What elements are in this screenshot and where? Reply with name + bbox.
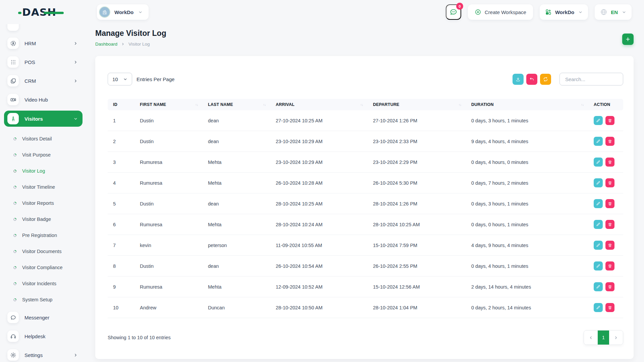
sidebar-subitem-visitors-detail[interactable]: Visitors Detail [4, 131, 83, 147]
sidebar-item-settings[interactable]: Settings [4, 347, 83, 362]
sidebar-subitem-pre-registration[interactable]: Pre Registration [4, 227, 83, 243]
edit-button[interactable] [594, 199, 603, 208]
reset-undo-button[interactable] [526, 74, 537, 85]
cell-arrival: 23-10-2024 10:29 AM [270, 131, 368, 152]
table-row: 4 Rumuresa Mehta 26-10-2024 10:28 AM 26-… [108, 173, 623, 193]
delete-button[interactable] [605, 220, 614, 229]
sidebar-subitem-label: Pre Registration [22, 233, 57, 238]
cell-duration: 4 days, 9 hours, 4 minutes [466, 235, 588, 256]
sidebar-item-hrm[interactable]: HRM [4, 36, 83, 51]
trash-icon [608, 181, 612, 185]
trash-icon [608, 160, 612, 164]
workspace-name: WorkDo [114, 9, 133, 15]
sidebar-subitem-visitor-reports[interactable]: Visitor Reports [4, 195, 83, 211]
search-input[interactable] [559, 73, 623, 85]
cell-duration: 0 days, 4 hours, 1 minutes [466, 256, 588, 277]
sidebar-item-clipped[interactable] [4, 24, 83, 32]
edit-button[interactable] [594, 158, 603, 167]
column-header-last-name[interactable]: LAST NAME↑↓ [203, 99, 270, 110]
edit-button[interactable] [594, 220, 603, 229]
workspace-menu[interactable]: WorkDo [540, 4, 588, 20]
logo-bar-accent [44, 12, 64, 14]
create-workspace-button[interactable]: Create Workspace [468, 4, 533, 20]
sidebar-subitem-system-setup[interactable]: System Setup [4, 292, 83, 308]
edit-button[interactable] [594, 116, 603, 125]
breadcrumb-chevron-icon [121, 42, 125, 46]
delete-button[interactable] [605, 241, 614, 250]
column-header-action: ACTION [588, 99, 623, 110]
language-menu[interactable]: EN [595, 4, 632, 20]
sort-icon[interactable]: ↑↓ [459, 103, 461, 107]
sidebar-item-pos[interactable]: POS [4, 54, 83, 70]
cell-duration: 0 days, 3 hours, 1 minutes [466, 193, 588, 214]
sidebar-item-label: Settings [24, 352, 68, 358]
delete-button[interactable] [605, 137, 614, 146]
edit-button[interactable] [594, 241, 603, 250]
cell-id: 2 [108, 131, 135, 152]
pagination: 1 [584, 330, 623, 345]
page-number-current[interactable]: 1 [598, 330, 609, 345]
edit-button[interactable] [594, 282, 603, 291]
table-body: 1 Dustin dean 27-10-2024 10:25 AM 27-10-… [108, 110, 623, 318]
breadcrumb-dashboard-link[interactable]: Dashboard [95, 42, 117, 47]
cell-action [588, 193, 623, 214]
delete-button[interactable] [605, 158, 614, 167]
delete-button[interactable] [605, 303, 614, 312]
refresh-button[interactable] [540, 74, 551, 85]
topbar-actions: 0 Create Workspace WorkDo EN [446, 4, 632, 20]
cell-id: 7 [108, 235, 135, 256]
sidebar-subitem-visit-purpose[interactable]: Visit Purpose [4, 147, 83, 163]
sidebar-subitem-visitor-timeline[interactable]: Visitor Timeline [4, 179, 83, 195]
cell-first-name: Rumuresa [135, 277, 203, 297]
messages-button[interactable]: 0 [446, 4, 461, 20]
sort-icon[interactable]: ↑↓ [360, 103, 363, 107]
sidebar-subitem-visitor-badge[interactable]: Visitor Badge [4, 211, 83, 227]
column-header-first-name[interactable]: FIRST NAME↑↓ [135, 99, 203, 110]
submenu-bullet-icon [13, 265, 17, 270]
sort-icon[interactable]: ↑↓ [195, 103, 198, 107]
sidebar-subitem-visitor-incidents[interactable]: Visitor Incidents [4, 276, 83, 292]
breadcrumb-current: Visitor Log [128, 42, 150, 47]
delete-button[interactable] [605, 282, 614, 291]
cell-action [588, 214, 623, 235]
sidebar-subitem-visitor-compliance[interactable]: Visitor Compliance [4, 259, 83, 276]
sidebar-item-crm[interactable]: CRM [4, 73, 83, 88]
cell-last-name: Mehta [203, 277, 270, 297]
sidebar-item-helpdesk[interactable]: Helpdesk [4, 328, 83, 344]
table-row: 3 Rumuresa Mehta 23-10-2024 10:29 AM 23-… [108, 152, 623, 173]
sidebar-item-video-hub[interactable]: Video Hub [4, 92, 83, 107]
edit-button[interactable] [594, 137, 603, 146]
sidebar-item-messenger[interactable]: Messenger [4, 310, 83, 325]
workspace-selector[interactable]: WorkDo [97, 4, 149, 20]
cell-last-name: peterson [203, 235, 270, 256]
sort-icon[interactable]: ↑↓ [263, 103, 266, 107]
edit-button[interactable] [594, 178, 603, 187]
trash-icon [608, 305, 612, 310]
logo-dot-accent [18, 12, 21, 14]
cell-departure: 27-10-2024 1:26 PM [368, 110, 466, 131]
export-download-button[interactable] [513, 74, 524, 85]
delete-button[interactable] [605, 178, 614, 187]
edit-button[interactable] [594, 303, 603, 312]
brand-logo[interactable]: DASH [22, 6, 72, 19]
delete-button[interactable] [605, 116, 614, 125]
edit-button[interactable] [594, 261, 603, 270]
column-header-duration[interactable]: DURATION↑↓ [466, 99, 588, 110]
column-header-arrival[interactable]: ARRIVAL↑↓ [270, 99, 368, 110]
sidebar-item-label: Visitors [24, 116, 68, 122]
previous-page-button[interactable] [584, 330, 598, 345]
cell-last-name: Duncan [203, 297, 270, 318]
sort-icon[interactable]: ↑↓ [581, 103, 584, 107]
sidebar-subitem-visitor-log[interactable]: Visitor Log [4, 163, 83, 179]
table-header-row: ID FIRST NAME↑↓ LAST NAME↑↓ ARRIVAL↑↓ DE… [108, 99, 623, 110]
entries-per-page-select[interactable]: 10 [108, 73, 132, 85]
sidebar-item-visitors[interactable]: Visitors [4, 111, 83, 127]
column-header-departure[interactable]: DEPARTURE↑↓ [368, 99, 466, 110]
sidebar-subitem-label: Visitor Compliance [22, 265, 63, 270]
delete-button[interactable] [605, 199, 614, 208]
add-visitor-log-button[interactable] [622, 34, 634, 45]
clipped-icon [7, 24, 19, 31]
sidebar-subitem-visitor-documents[interactable]: Visitor Documents [4, 243, 83, 259]
delete-button[interactable] [605, 261, 614, 270]
next-page-button[interactable] [609, 330, 623, 345]
